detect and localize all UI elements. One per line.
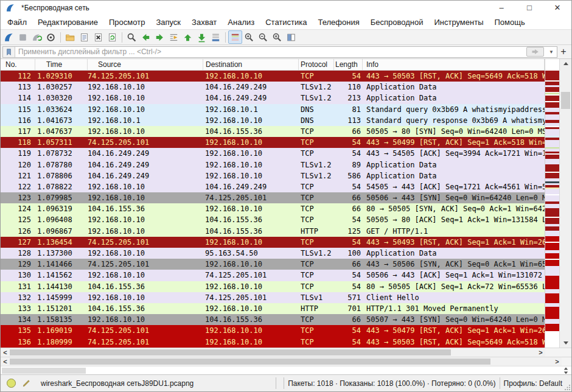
resize-columns-icon[interactable]	[284, 30, 298, 44]
packet-row[interactable]: 1171.047637192.168.10.10104.16.155.36TCP…	[1, 126, 545, 137]
add-filter-button[interactable]: +	[557, 46, 570, 58]
packet-row[interactable]: 1241.096319104.16.155.36192.168.10.10TCP…	[1, 203, 545, 214]
zoom-in-icon[interactable]	[242, 30, 256, 44]
scroll-down-icon[interactable]	[560, 338, 571, 348]
pane-scroll-carets[interactable]	[560, 367, 571, 374]
menu-item-statistics[interactable]: Статистика	[260, 18, 312, 27]
capture-comment-icon[interactable]	[22, 379, 31, 388]
restart-capture-icon[interactable]	[30, 30, 44, 44]
menu-item-tools[interactable]: Инструменты	[428, 18, 489, 27]
capture-filename[interactable]: wireshark_Беспроводная сетьJ89DU1.pcapng	[41, 379, 194, 388]
packet-row[interactable]: 1291.14146674.125.205.101192.168.10.10TC…	[1, 259, 545, 270]
packet-row[interactable]: 1161.041673192.168.10.1192.168.10.10DNS1…	[1, 115, 545, 126]
reload-file-icon[interactable]	[105, 30, 119, 44]
scroll-left-icon[interactable]: <	[1, 349, 10, 357]
packet-row[interactable]: 1261.096867192.168.10.10104.16.155.36HTT…	[1, 226, 545, 237]
expert-info-icon[interactable]	[7, 379, 16, 388]
packet-row[interactable]: 1311.144130104.16.155.36192.168.10.10TCP…	[1, 281, 545, 292]
colorize-icon[interactable]	[228, 30, 242, 44]
column-header-destination[interactable]: Destination	[203, 59, 299, 70]
find-packet-icon[interactable]	[125, 30, 139, 44]
vertical-scrollbar-thumb[interactable]	[561, 92, 570, 109]
filter-bookmark-icon[interactable]	[3, 47, 15, 57]
packet-row[interactable]: 1211.078806104.16.249.249192.168.10.10TL…	[1, 170, 545, 181]
stop-capture-icon[interactable]	[16, 30, 30, 44]
menu-item-help[interactable]: Помощь	[489, 18, 531, 27]
packet-list-horizontal-scrollbar[interactable]: < >	[1, 348, 545, 357]
cell-destination: 192.168.10.10	[203, 203, 299, 214]
packet-row[interactable]: 1271.13645474.125.205.101192.168.10.10TC…	[1, 237, 545, 248]
save-file-icon[interactable]	[77, 30, 91, 44]
scroll-right-icon[interactable]: >	[553, 358, 562, 366]
menu-item-edit[interactable]: Редактирование	[32, 18, 103, 27]
go-forward-icon[interactable]	[153, 30, 167, 44]
scroll-right-icon[interactable]: >	[536, 349, 545, 357]
menu-item-view[interactable]: Просмотр	[103, 18, 150, 27]
go-to-packet-icon[interactable]	[167, 30, 181, 44]
scroll-up-icon[interactable]	[560, 59, 571, 68]
cell-no: 136	[1, 337, 35, 348]
menu-item-telephony[interactable]: Телефония	[312, 18, 364, 27]
auto-scroll-icon[interactable]	[209, 30, 223, 44]
packet-row[interactable]: 1201.078780104.16.249.249192.168.10.10TL…	[1, 159, 545, 170]
close-button[interactable]: ✕	[543, 1, 571, 15]
packet-counts: Пакеты: 1018 · Показаны: 1018 (100.0%) ·…	[288, 379, 495, 388]
start-capture-icon[interactable]	[2, 30, 16, 44]
column-header-protocol[interactable]: Protocol	[299, 59, 334, 70]
packet-row[interactable]: 1181.05731174.125.205.101192.168.10.10TC…	[1, 137, 545, 148]
packet-row[interactable]: 1121.02931074.125.205.101192.168.10.10TC…	[1, 71, 545, 82]
column-header-time[interactable]: Time	[35, 59, 88, 70]
scroll-left-icon[interactable]: <	[1, 358, 10, 366]
horizontal-scrollbar-thumb[interactable]	[10, 349, 451, 355]
horizontal-scrollbar-thumb[interactable]	[10, 359, 490, 365]
packet-row[interactable]: 1191.078732104.16.249.249192.168.10.10TC…	[1, 148, 545, 159]
zoom-normal-icon[interactable]	[270, 30, 284, 44]
go-first-icon[interactable]	[181, 30, 195, 44]
column-header-source[interactable]: Source	[88, 59, 203, 70]
apply-filter-icon[interactable]	[526, 47, 544, 57]
intelligent-scrollbar[interactable]	[545, 71, 559, 348]
zoom-out-icon[interactable]	[256, 30, 270, 44]
resize-grip[interactable]	[563, 375, 571, 391]
packet-row[interactable]: 1301.141562192.168.10.1074.125.205.101TC…	[1, 270, 545, 281]
packet-row[interactable]: 1231.079985192.168.10.1074.125.205.101TC…	[1, 192, 545, 203]
packet-row[interactable]: 1221.078822192.168.10.10104.16.249.249TC…	[1, 181, 545, 192]
packet-row[interactable]: 1141.030320192.168.10.10104.16.249.249TL…	[1, 93, 545, 103]
go-last-icon[interactable]	[195, 30, 209, 44]
capture-options-icon[interactable]	[44, 30, 58, 44]
menu-item-capture[interactable]: Захват	[186, 18, 222, 27]
packet-row[interactable]: 1131.030257192.168.10.10104.16.249.249TL…	[1, 82, 545, 93]
column-header-length[interactable]: Length	[334, 59, 363, 70]
column-header-info[interactable]: Info	[363, 59, 545, 70]
cell-time: 1.096408	[35, 214, 88, 225]
packet-row[interactable]: 1361.18099974.125.205.101192.168.10.10TC…	[1, 337, 545, 348]
menu-item-wireless[interactable]: Беспроводной	[365, 18, 429, 27]
cell-length: 54	[334, 181, 363, 192]
menu-item-go[interactable]: Запуск	[150, 18, 186, 27]
display-filter-input[interactable]	[15, 47, 526, 56]
maximize-button[interactable]: □	[515, 1, 543, 15]
cell-no: 120	[1, 159, 35, 170]
minimize-button[interactable]: –	[487, 1, 515, 15]
filter-dropdown-caret-icon[interactable]: ▼	[546, 49, 557, 55]
cell-info: Application Data	[363, 248, 545, 259]
open-file-icon[interactable]	[63, 30, 77, 44]
cell-length: 110	[334, 82, 363, 93]
secondary-horizontal-scrollbar[interactable]: < >	[1, 357, 562, 366]
packet-row[interactable]: 1321.145999192.168.10.1074.125.205.101TL…	[1, 292, 545, 303]
packet-row[interactable]: 1251.096408192.168.10.10104.16.155.36TCP…	[1, 214, 545, 225]
display-filter-box: ▼	[2, 46, 557, 58]
menu-item-file[interactable]: Файл	[2, 18, 32, 27]
go-back-icon[interactable]	[139, 30, 153, 44]
profile-label[interactable]: Профиль: Default	[504, 379, 563, 388]
menu-item-analyze[interactable]: Анализ	[222, 18, 260, 27]
packet-row[interactable]: 1341.158135192.168.10.10104.16.155.36TCP…	[1, 314, 545, 325]
vertical-scrollbar[interactable]	[559, 59, 571, 348]
packet-row[interactable]: 1151.033624192.168.10.10192.168.10.1DNS8…	[1, 104, 545, 115]
packet-row[interactable]: 1331.151201104.16.155.36192.168.10.10HTT…	[1, 303, 545, 314]
column-header-no[interactable]: No.	[1, 59, 35, 70]
packet-row[interactable]: 1281.137300192.168.10.1095.163.54.50TLSv…	[1, 248, 545, 259]
packet-row[interactable]: 1351.16901974.125.205.101192.168.10.10TC…	[1, 325, 545, 336]
cell-protocol: TCP	[299, 314, 334, 325]
close-file-icon[interactable]	[91, 30, 105, 44]
